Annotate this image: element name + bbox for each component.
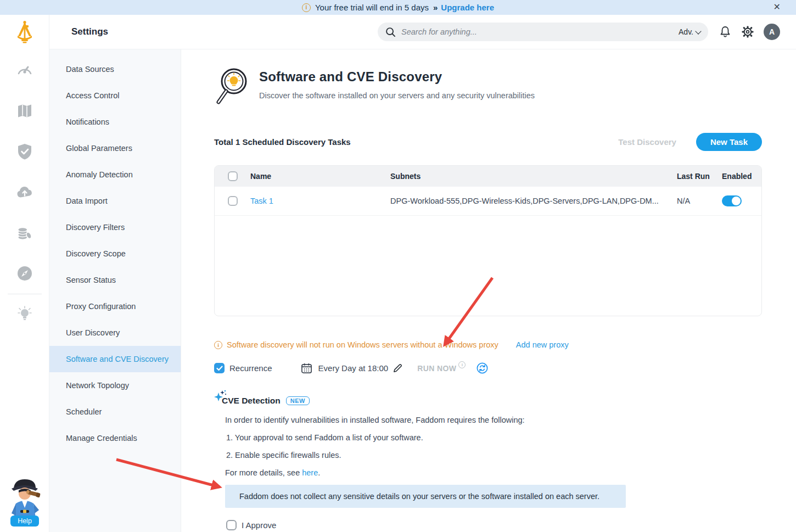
page-section-title: Settings (71, 26, 108, 37)
task-last-run: N/A (677, 197, 722, 205)
banner-close-icon[interactable]: ✕ (773, 2, 781, 12)
trial-message: Your free trial will end in 5 days (315, 3, 429, 12)
approve-row: I Approve (226, 520, 762, 530)
tasks-summary: Total 1 Scheduled Discovery Tasks (214, 137, 351, 147)
new-badge: NEW (286, 396, 310, 405)
help-widget[interactable]: Help (0, 476, 49, 527)
rail-divider (8, 294, 42, 294)
cloud-upload-icon[interactable] (16, 184, 33, 200)
column-name: Name (250, 172, 390, 181)
run-now-info-icon: i (458, 361, 466, 368)
task-name-link[interactable]: Task 1 (250, 197, 273, 205)
user-avatar[interactable]: A (764, 24, 780, 40)
run-now-button[interactable]: RUN NOW (417, 364, 456, 373)
shield-check-icon[interactable] (16, 143, 33, 160)
notifications-bell-icon[interactable] (719, 25, 732, 38)
sidebar-item-network-topology[interactable]: Network Topology (49, 372, 181, 399)
proxy-warning-text: Software discovery will not run on Windo… (227, 340, 498, 349)
recurrence-checkbox[interactable] (214, 363, 225, 373)
icon-rail: Help (0, 15, 49, 532)
dashboard-gauge-icon[interactable] (16, 62, 33, 79)
main-panel: Software and CVE Discovery Discover the … (181, 49, 796, 532)
sidebar-item-sensor-status[interactable]: Sensor Status (49, 267, 181, 293)
sparkle-icon (213, 389, 227, 404)
proxy-warning: i Software discovery will not run on Win… (214, 340, 762, 349)
sidebar-item-notifications[interactable]: Notifications (49, 109, 181, 135)
page-title: Software and CVE Discovery (259, 69, 535, 85)
coins-icon[interactable] (16, 225, 33, 241)
i-approve-checkbox[interactable] (226, 520, 237, 530)
column-enabled: Enabled (722, 172, 761, 181)
global-search[interactable]: Adv. (378, 23, 708, 41)
sidebar-item-access-control[interactable]: Access Control (49, 82, 181, 109)
test-discovery-button[interactable]: Test Discovery (618, 137, 676, 147)
sidebar-item-software-cve-discovery[interactable]: Software and CVE Discovery (49, 346, 181, 372)
select-all-checkbox[interactable] (228, 171, 238, 181)
chevrons-icon: » (433, 3, 436, 12)
recurrence-label: Recurrence (229, 363, 272, 373)
tasks-table: Name Subnets Last Run Enabled Task 1 DPG… (214, 165, 762, 316)
sidebar-item-discovery-scope[interactable]: Discovery Scope (49, 240, 181, 267)
cve-requirement-1: 1. Your approval to send Faddom a list o… (225, 433, 762, 442)
help-button[interactable]: Help (10, 516, 39, 527)
page-subtitle: Discover the software installed on your … (259, 91, 535, 100)
software-discovery-icon (214, 66, 248, 109)
top-header: Settings Adv. (49, 15, 796, 49)
cve-requirement-2: 2. Enable specific firewalls rules. (225, 451, 762, 460)
edit-pencil-icon[interactable] (393, 363, 403, 373)
app-window: i Your free trial will end in 5 days » U… (0, 0, 796, 532)
privacy-notice: Faddom does not collect any sensitive de… (225, 485, 626, 508)
trial-banner: i Your free trial will end in 5 days » U… (0, 0, 796, 15)
sidebar-item-anomaly-detection[interactable]: Anomaly Detection (49, 161, 181, 188)
cve-detection-section: CVE Detection NEW In order to identify v… (214, 396, 762, 530)
faddom-logo[interactable] (0, 15, 49, 49)
cve-intro: In order to identify vulnerabilities in … (225, 416, 762, 424)
refresh-icon[interactable] (477, 362, 488, 374)
search-input[interactable] (401, 27, 673, 36)
row-checkbox[interactable] (228, 196, 238, 206)
sidebar-item-manage-credentials[interactable]: Manage Credentials (49, 425, 181, 451)
add-new-proxy-link[interactable]: Add new proxy (516, 340, 569, 349)
search-advanced-dropdown[interactable]: Adv. (679, 27, 700, 36)
column-subnets: Subnets (390, 172, 677, 181)
sidebar-item-data-import[interactable]: Data Import (49, 188, 181, 214)
upgrade-link[interactable]: Upgrade here (441, 3, 494, 12)
table-header: Name Subnets Last Run Enabled (215, 166, 761, 187)
settings-gear-icon[interactable] (741, 25, 754, 38)
i-approve-label: I Approve (242, 520, 276, 530)
enabled-toggle[interactable] (722, 195, 742, 206)
info-icon: i (302, 3, 311, 12)
map-icon[interactable] (16, 103, 33, 119)
sidebar-item-scheduler[interactable]: Scheduler (49, 399, 181, 425)
compass-icon[interactable] (16, 265, 33, 282)
lightbulb-icon[interactable] (16, 305, 33, 322)
column-last-run: Last Run (677, 172, 722, 181)
here-link[interactable]: here (302, 468, 318, 477)
cve-more-details: For more details, see here. (225, 468, 762, 477)
recurrence-row: Recurrence Every Day at 18:00 (214, 362, 762, 374)
sidebar-item-user-discovery[interactable]: User Discovery (49, 320, 181, 346)
calendar-icon (301, 362, 312, 374)
settings-sidebar: Data Sources Access Control Notification… (49, 49, 181, 532)
search-icon (385, 27, 396, 37)
chevron-down-icon (695, 28, 701, 34)
check-icon (216, 366, 223, 371)
table-row: Task 1 DPG-Workload-555,DPG-Wireless-Kid… (215, 187, 761, 216)
sidebar-item-data-sources[interactable]: Data Sources (49, 56, 181, 82)
sidebar-item-global-parameters[interactable]: Global Parameters (49, 135, 181, 161)
warning-info-icon: i (214, 341, 222, 349)
sidebar-item-discovery-filters[interactable]: Discovery Filters (49, 214, 181, 240)
sidebar-item-proxy-configuration[interactable]: Proxy Configuration (49, 293, 181, 320)
cve-title: CVE Detection (222, 396, 281, 406)
new-task-button[interactable]: New Task (696, 133, 762, 151)
task-subnets: DPG-Workload-555,DPG-Wireless-Kids,DPG-S… (390, 197, 677, 205)
schedule-text: Every Day at 18:00 (318, 363, 389, 373)
